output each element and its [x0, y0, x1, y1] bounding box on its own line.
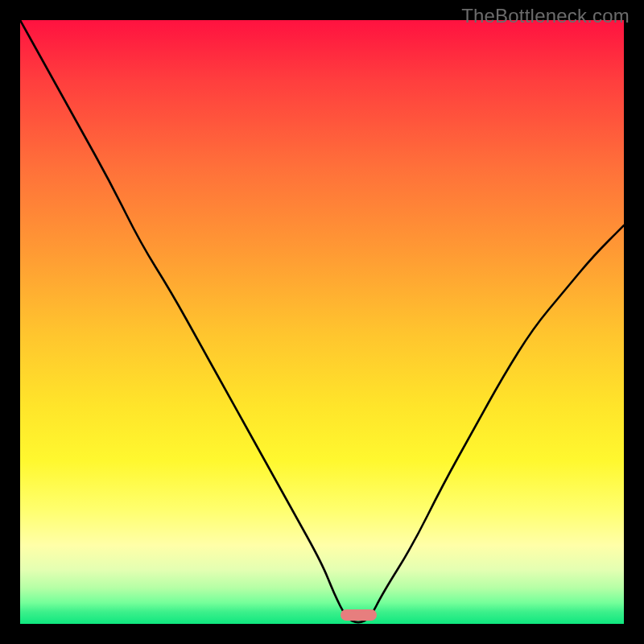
chart-frame: TheBottleneck.com: [0, 0, 644, 644]
plot-area: [20, 20, 624, 624]
curve-svg: [20, 20, 624, 624]
optimum-marker: [341, 609, 377, 621]
bottleneck-curve: [20, 20, 624, 622]
watermark-text: TheBottleneck.com: [461, 5, 630, 27]
